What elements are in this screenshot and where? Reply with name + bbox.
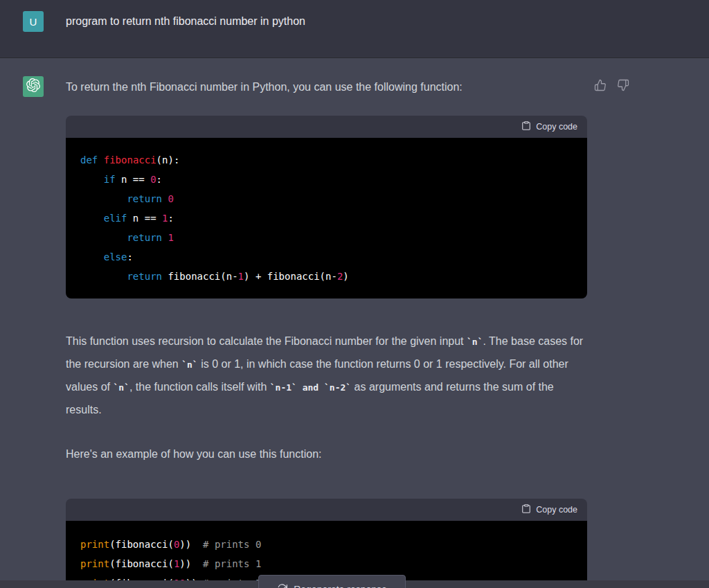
- refresh-icon: [277, 583, 287, 588]
- code-line: if n == 0:: [80, 170, 576, 189]
- example-intro-text: Here's an example of how you can use thi…: [66, 443, 587, 465]
- assistant-message-content: To return the nth Fibonacci number in Py…: [66, 76, 587, 588]
- code-line: def fibonacci(n):: [80, 150, 576, 170]
- code-block-header: Copy code: [66, 499, 587, 521]
- regenerate-response-label: Regenerate response: [294, 584, 387, 588]
- code-block-body: def fibonacci(n): if n == 0: return 0 el…: [66, 138, 587, 299]
- user-message-row: U program to return nth fibonacci number…: [0, 0, 709, 58]
- code-line: else:: [80, 247, 576, 267]
- code-line: elif n == 1:: [80, 208, 576, 228]
- clipboard-icon: [521, 121, 531, 133]
- assistant-avatar: [23, 76, 44, 97]
- assistant-message-row: To return the nth Fibonacci number in Py…: [0, 58, 709, 588]
- copy-code-button[interactable]: Copy code: [521, 504, 577, 516]
- copy-code-button[interactable]: Copy code: [521, 121, 577, 133]
- code-block-fibonacci-function: Copy code def fibonacci(n): if n == 0: r…: [66, 116, 587, 299]
- regenerate-response-button[interactable]: Regenerate response: [258, 575, 406, 588]
- user-message-text: program to return nth fibonacci number i…: [66, 11, 305, 32]
- assistant-intro-text: To return the nth Fibonacci number in Py…: [66, 79, 587, 96]
- code-line: print(fibonacci(0)) # prints 0: [80, 535, 576, 554]
- message-feedback-controls: [594, 79, 629, 91]
- copy-code-label: Copy code: [536, 505, 577, 515]
- copy-code-label: Copy code: [536, 122, 577, 132]
- thumbs-up-icon[interactable]: [594, 79, 607, 91]
- code-line: return 1: [80, 228, 576, 247]
- code-block-header: Copy code: [66, 116, 587, 138]
- user-avatar: U: [23, 11, 44, 32]
- code-line: return fibonacci(n-1) + fibonacci(n-2): [80, 267, 576, 286]
- code-line: print(fibonacci(1)) # prints 1: [80, 554, 576, 573]
- thumbs-down-icon[interactable]: [617, 79, 629, 91]
- explanation-paragraph: This function uses recursion to calculat…: [66, 330, 587, 421]
- code-line: return 0: [80, 189, 576, 208]
- user-avatar-initial: U: [30, 16, 37, 28]
- clipboard-icon: [521, 504, 531, 516]
- openai-logo-icon: [26, 78, 40, 95]
